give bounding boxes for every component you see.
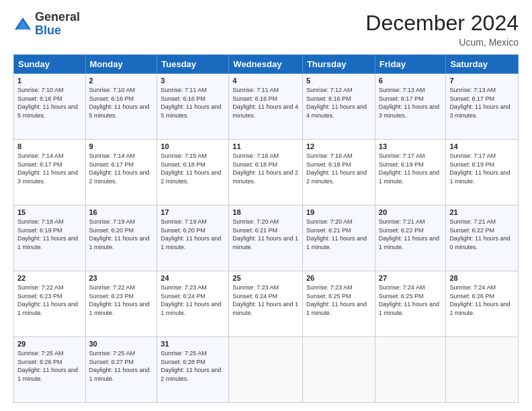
day-info: Sunrise: 7:18 AM Sunset: 6:19 PM Dayligh… (17, 218, 82, 251)
calendar-cell: 4Sunrise: 7:11 AM Sunset: 6:16 PM Daylig… (229, 74, 303, 140)
calendar-week-row: 1Sunrise: 7:10 AM Sunset: 6:16 PM Daylig… (14, 74, 519, 140)
day-info: Sunrise: 7:25 AM Sunset: 6:27 PM Dayligh… (89, 349, 154, 383)
calendar-cell: 1Sunrise: 7:10 AM Sunset: 6:16 PM Daylig… (14, 74, 86, 140)
calendar-week-row: 15Sunrise: 7:18 AM Sunset: 6:19 PM Dayli… (14, 205, 519, 271)
calendar-cell: 31Sunrise: 7:25 AM Sunset: 6:28 PM Dayli… (157, 337, 229, 403)
logo-general: General (35, 11, 80, 24)
top-header: General Blue December 2024 Ucum, Mexico (13, 11, 519, 48)
title-block: December 2024 Ucum, Mexico (365, 11, 519, 48)
day-info: Sunrise: 7:21 AM Sunset: 6:22 PM Dayligh… (449, 218, 515, 251)
day-number: 9 (89, 142, 154, 150)
day-number: 28 (449, 274, 515, 282)
day-number: 14 (449, 142, 515, 150)
logo-blue: Blue (35, 24, 80, 38)
calendar-body: 1Sunrise: 7:10 AM Sunset: 6:16 PM Daylig… (14, 74, 519, 403)
calendar-cell: 18Sunrise: 7:20 AM Sunset: 6:21 PM Dayli… (229, 205, 303, 271)
col-saturday: Saturday (446, 55, 519, 74)
calendar-cell: 27Sunrise: 7:24 AM Sunset: 6:25 PM Dayli… (375, 271, 446, 337)
calendar-cell: 10Sunrise: 7:15 AM Sunset: 6:18 PM Dayli… (157, 140, 229, 205)
day-number: 8 (17, 142, 82, 150)
day-info: Sunrise: 7:12 AM Sunset: 6:16 PM Dayligh… (306, 86, 371, 120)
day-number: 3 (161, 77, 225, 85)
day-number: 15 (17, 208, 82, 216)
calendar-cell: 15Sunrise: 7:18 AM Sunset: 6:19 PM Dayli… (14, 205, 86, 271)
calendar-cell: 3Sunrise: 7:11 AM Sunset: 6:16 PM Daylig… (157, 74, 229, 140)
day-info: Sunrise: 7:21 AM Sunset: 6:22 PM Dayligh… (379, 218, 443, 251)
day-number: 22 (17, 274, 82, 282)
day-info: Sunrise: 7:10 AM Sunset: 6:16 PM Dayligh… (89, 86, 154, 120)
day-info: Sunrise: 7:14 AM Sunset: 6:17 PM Dayligh… (89, 152, 154, 185)
col-tuesday: Tuesday (157, 55, 229, 74)
calendar-cell: 2Sunrise: 7:10 AM Sunset: 6:16 PM Daylig… (85, 74, 157, 140)
calendar-cell: 22Sunrise: 7:22 AM Sunset: 6:23 PM Dayli… (14, 271, 86, 337)
day-info: Sunrise: 7:20 AM Sunset: 6:21 PM Dayligh… (232, 218, 299, 251)
day-info: Sunrise: 7:10 AM Sunset: 6:16 PM Dayligh… (17, 86, 82, 120)
calendar-page: General Blue December 2024 Ucum, Mexico … (0, 0, 532, 411)
day-number: 21 (449, 208, 515, 216)
day-number: 24 (161, 274, 225, 282)
day-info: Sunrise: 7:25 AM Sunset: 6:28 PM Dayligh… (161, 349, 225, 383)
calendar-table: Sunday Monday Tuesday Wednesday Thursday… (13, 54, 519, 403)
day-info: Sunrise: 7:23 AM Sunset: 6:24 PM Dayligh… (161, 283, 225, 317)
day-info: Sunrise: 7:16 AM Sunset: 6:18 PM Dayligh… (306, 152, 371, 185)
calendar-cell: 6Sunrise: 7:13 AM Sunset: 6:17 PM Daylig… (375, 74, 446, 140)
calendar-cell (446, 337, 519, 403)
col-sunday: Sunday (14, 55, 86, 74)
day-info: Sunrise: 7:13 AM Sunset: 6:17 PM Dayligh… (449, 86, 515, 120)
logo-text: General Blue (35, 11, 80, 38)
calendar-cell: 26Sunrise: 7:23 AM Sunset: 6:25 PM Dayli… (302, 271, 375, 337)
calendar-header: Sunday Monday Tuesday Wednesday Thursday… (14, 55, 519, 74)
calendar-cell: 16Sunrise: 7:19 AM Sunset: 6:20 PM Dayli… (85, 205, 157, 271)
col-monday: Monday (85, 55, 157, 74)
day-number: 17 (161, 208, 225, 216)
calendar-cell (229, 337, 303, 403)
day-number: 4 (232, 77, 299, 85)
col-thursday: Thursday (302, 55, 375, 74)
calendar-cell: 28Sunrise: 7:24 AM Sunset: 6:26 PM Dayli… (446, 271, 519, 337)
day-number: 31 (161, 340, 225, 348)
day-number: 27 (379, 274, 443, 282)
calendar-cell (302, 337, 375, 403)
day-number: 20 (379, 208, 443, 216)
day-number: 23 (89, 274, 154, 282)
day-number: 5 (306, 77, 371, 85)
calendar-cell: 24Sunrise: 7:23 AM Sunset: 6:24 PM Dayli… (157, 271, 229, 337)
day-number: 2 (89, 77, 154, 85)
calendar-cell: 11Sunrise: 7:16 AM Sunset: 6:18 PM Dayli… (229, 140, 303, 205)
day-number: 26 (306, 274, 371, 282)
calendar-cell: 20Sunrise: 7:21 AM Sunset: 6:22 PM Dayli… (375, 205, 446, 271)
calendar-cell: 13Sunrise: 7:17 AM Sunset: 6:19 PM Dayli… (375, 140, 446, 205)
header-row: Sunday Monday Tuesday Wednesday Thursday… (14, 55, 519, 74)
day-info: Sunrise: 7:17 AM Sunset: 6:19 PM Dayligh… (449, 152, 515, 185)
calendar-cell: 9Sunrise: 7:14 AM Sunset: 6:17 PM Daylig… (85, 140, 157, 205)
day-info: Sunrise: 7:11 AM Sunset: 6:16 PM Dayligh… (232, 86, 299, 120)
calendar-cell: 12Sunrise: 7:16 AM Sunset: 6:18 PM Dayli… (302, 140, 375, 205)
calendar-cell: 25Sunrise: 7:23 AM Sunset: 6:24 PM Dayli… (229, 271, 303, 337)
calendar-cell: 17Sunrise: 7:19 AM Sunset: 6:20 PM Dayli… (157, 205, 229, 271)
day-number: 16 (89, 208, 154, 216)
calendar-cell: 23Sunrise: 7:22 AM Sunset: 6:23 PM Dayli… (85, 271, 157, 337)
day-number: 18 (232, 208, 299, 216)
calendar-cell: 14Sunrise: 7:17 AM Sunset: 6:19 PM Dayli… (446, 140, 519, 205)
day-info: Sunrise: 7:14 AM Sunset: 6:17 PM Dayligh… (17, 152, 82, 185)
calendar-cell: 8Sunrise: 7:14 AM Sunset: 6:17 PM Daylig… (14, 140, 86, 205)
calendar-cell: 21Sunrise: 7:21 AM Sunset: 6:22 PM Dayli… (446, 205, 519, 271)
col-wednesday: Wednesday (229, 55, 303, 74)
calendar-cell: 7Sunrise: 7:13 AM Sunset: 6:17 PM Daylig… (446, 74, 519, 140)
day-number: 30 (89, 340, 154, 348)
day-number: 7 (449, 77, 515, 85)
day-info: Sunrise: 7:23 AM Sunset: 6:25 PM Dayligh… (306, 283, 371, 317)
calendar-cell: 5Sunrise: 7:12 AM Sunset: 6:16 PM Daylig… (302, 74, 375, 140)
day-info: Sunrise: 7:20 AM Sunset: 6:21 PM Dayligh… (306, 218, 371, 251)
day-number: 6 (379, 77, 443, 85)
day-number: 19 (306, 208, 371, 216)
day-info: Sunrise: 7:24 AM Sunset: 6:26 PM Dayligh… (449, 283, 515, 317)
day-number: 10 (161, 142, 225, 150)
day-number: 29 (17, 340, 82, 348)
day-info: Sunrise: 7:15 AM Sunset: 6:18 PM Dayligh… (161, 152, 225, 185)
day-info: Sunrise: 7:13 AM Sunset: 6:17 PM Dayligh… (379, 86, 443, 120)
day-info: Sunrise: 7:19 AM Sunset: 6:20 PM Dayligh… (161, 218, 225, 251)
day-info: Sunrise: 7:23 AM Sunset: 6:24 PM Dayligh… (232, 283, 299, 317)
calendar-cell: 19Sunrise: 7:20 AM Sunset: 6:21 PM Dayli… (302, 205, 375, 271)
location: Ucum, Mexico (365, 37, 519, 48)
